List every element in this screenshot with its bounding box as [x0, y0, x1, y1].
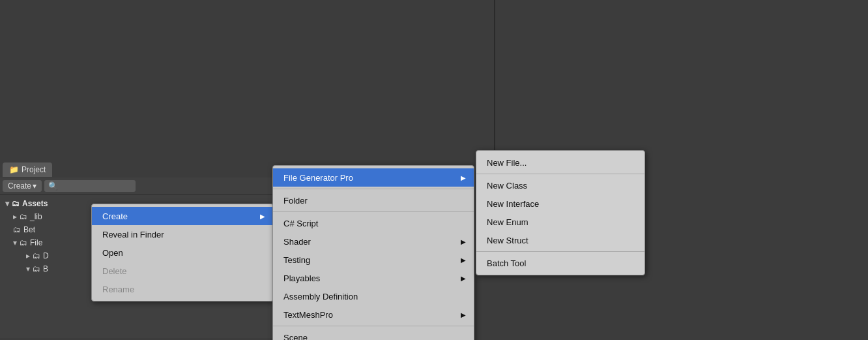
menu-item-label: File Generator Pro: [283, 173, 353, 183]
menu-item-label: Delete: [102, 266, 127, 276]
arrow-right-icon: ▶: [461, 174, 466, 181]
arrow-right-icon: ▶: [461, 275, 466, 282]
arrow-right-icon: ▶: [461, 256, 466, 264]
folder-icon: 🗂: [12, 199, 20, 208]
folder-icon: 🗂: [20, 238, 27, 247]
item-label: D: [43, 251, 49, 260]
menu-item-rename: Rename: [92, 280, 273, 298]
menu-item-label: Playables: [283, 273, 320, 283]
menu-item-label: New File...: [487, 158, 527, 168]
assets-label: Assets: [22, 199, 48, 208]
menu-item-label: New Class: [487, 181, 527, 191]
menu-item-label: New Struct: [487, 236, 528, 245]
menu-item-file-generator-pro[interactable]: File Generator Pro ▶: [273, 168, 474, 187]
chevron-right-icon: ▸: [13, 212, 17, 221]
menu-item-label: C# Script: [283, 219, 318, 228]
menu-item-label: Shader: [283, 237, 311, 247]
menu-item-label: Scene: [283, 333, 308, 341]
menu-item-label: Assembly Definition: [283, 292, 358, 301]
item-label: File: [30, 238, 42, 247]
menu-item-label: New Interface: [487, 199, 539, 209]
menu-item-new-enum[interactable]: New Enum: [476, 213, 644, 231]
chevron-down-icon: ▾: [33, 181, 36, 191]
item-label: B: [43, 264, 48, 273]
project-tab[interactable]: 📁 Project: [3, 162, 52, 177]
menu-item-label: Reveal in Finder: [102, 230, 164, 240]
folder-icon: 🗂: [20, 212, 27, 221]
folder-icon: 📁: [9, 165, 19, 174]
menu-item-label: Rename: [102, 285, 134, 294]
context-menu-3: New File... New Class New Interface New …: [476, 150, 645, 275]
chevron-down-icon: ▾: [5, 199, 9, 208]
menu-item-label: Open: [102, 248, 123, 258]
menu-item-label: Batch Tool: [487, 258, 526, 268]
menu-item-label: New Enum: [487, 217, 528, 227]
menu-divider: [273, 326, 474, 326]
menu-item-reveal[interactable]: Reveal in Finder: [92, 225, 273, 243]
menu-item-label: Folder: [283, 196, 308, 206]
menu-divider: [273, 211, 474, 212]
menu-item-label: Create: [102, 211, 128, 221]
menu-divider: [273, 189, 474, 189]
chevron-right-icon: ▸: [26, 251, 30, 260]
menu-divider: [476, 251, 644, 252]
menu-item-textmeshpro[interactable]: TextMeshPro ▶: [273, 305, 474, 324]
vertical-divider: [494, 0, 495, 162]
menu-item-folder[interactable]: Folder: [273, 191, 474, 209]
arrow-right-icon: ▶: [461, 311, 466, 318]
item-label: Bet: [23, 225, 35, 234]
folder-icon: 🗂: [33, 264, 40, 273]
menu-item-label: Testing: [283, 255, 310, 265]
menu-item-assembly[interactable]: Assembly Definition: [273, 287, 474, 305]
menu-item-new-class[interactable]: New Class: [476, 176, 644, 194]
menu-item-new-interface[interactable]: New Interface: [476, 194, 644, 213]
menu-item-playables[interactable]: Playables ▶: [273, 269, 474, 287]
create-button[interactable]: Create ▾: [3, 180, 42, 192]
folder-icon: 🗂: [33, 251, 40, 260]
menu-item-open[interactable]: Open: [92, 243, 273, 262]
menu-item-shader[interactable]: Shader ▶: [273, 232, 474, 251]
context-menu-1: Create ▶ Reveal in Finder Open Delete Re…: [91, 204, 274, 301]
search-input[interactable]: [44, 180, 136, 192]
arrow-right-icon: ▶: [260, 213, 265, 220]
folder-icon: 🗂: [13, 225, 21, 234]
chevron-down-icon: ▾: [13, 238, 17, 247]
chevron-down-icon: ▾: [26, 264, 30, 273]
menu-item-testing[interactable]: Testing ▶: [273, 251, 474, 269]
menu-item-delete: Delete: [92, 262, 273, 280]
menu-item-create[interactable]: Create ▶: [92, 207, 273, 225]
arrow-right-icon: ▶: [461, 238, 466, 245]
item-label: _lib: [30, 212, 42, 221]
menu-item-new-struct[interactable]: New Struct: [476, 231, 644, 249]
menu-item-new-file[interactable]: New File...: [476, 153, 644, 172]
menu-item-csharp[interactable]: C# Script: [273, 214, 474, 232]
menu-divider: [476, 174, 644, 174]
menu-item-batch-tool[interactable]: Batch Tool: [476, 254, 644, 272]
project-tab-label: Project: [22, 165, 46, 174]
context-menu-2: File Generator Pro ▶ Folder C# Script Sh…: [272, 165, 474, 340]
menu-item-scene[interactable]: Scene: [273, 328, 474, 340]
menu-item-label: TextMeshPro: [283, 310, 333, 320]
